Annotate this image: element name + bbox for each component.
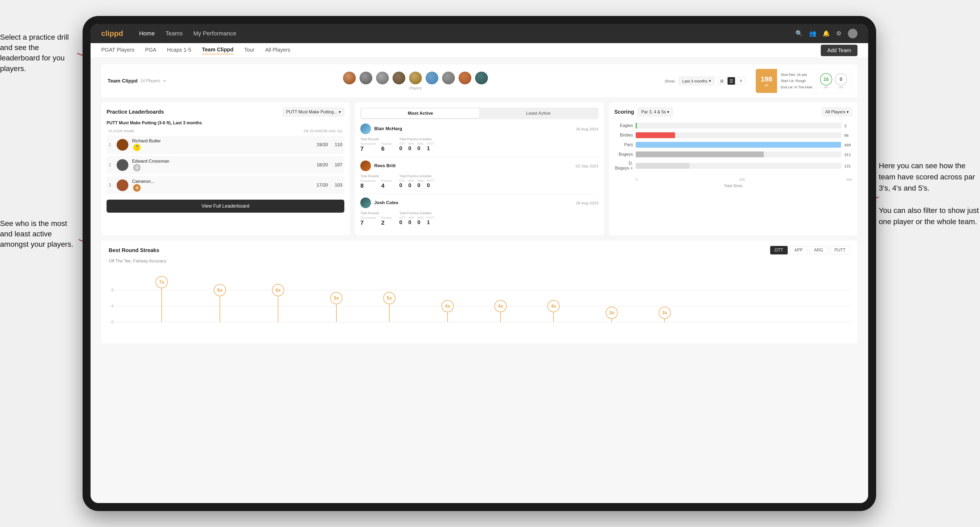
lb-score-1: 19/20 [312, 142, 328, 148]
tournament-col-3: Tournament 7 [360, 216, 376, 226]
subnav-pgat[interactable]: PGAT Players [101, 47, 135, 54]
lb-player-row-3[interactable]: 3 Cameron... ③ 17/20 103 [107, 176, 344, 194]
streaks-putt-button[interactable]: PUTT [830, 246, 850, 254]
bar-track-birdies [636, 132, 842, 138]
total-practice-block-2: Total Practice Activities OTT 0 APP 0 [399, 174, 434, 189]
player-avatar-5[interactable] [409, 71, 422, 84]
ott-3: OTT 0 [399, 216, 405, 225]
add-team-button[interactable]: Add Team [821, 45, 858, 56]
streaks-ott-button[interactable]: OTT [770, 246, 788, 254]
leaderboard-subtitle: PUTT Must Make Putting (3-6 ft), Last 3 … [107, 121, 344, 125]
subnav-hcaps[interactable]: Hcaps 1-5 [167, 47, 191, 54]
ott-2: OTT 0 [399, 179, 405, 189]
tournament-col-1: Tournament 7 [360, 142, 376, 152]
subnav-team-clippd[interactable]: Team Clippd [202, 46, 234, 54]
leaderboards-header: Practice Leaderboards PUTT Must Make Put… [107, 108, 344, 116]
bar-value-dbogeys: 131 [844, 163, 852, 168]
nav-home[interactable]: Home [139, 30, 155, 37]
people-icon[interactable]: 👥 [809, 30, 816, 37]
total-practice-block-1: Total Practice Activities OTT 0 APP 0 [399, 137, 434, 152]
bar-track-eagles [636, 123, 842, 129]
player-avatar-4[interactable] [393, 71, 405, 84]
bar-fill-eagles [636, 123, 637, 129]
activity-date-1: 26 Aug 2023 [576, 127, 598, 131]
player-avatar-9[interactable] [475, 71, 488, 84]
chart-x-labels: 0 200 400 [614, 178, 852, 181]
sub-nav: PGAT Players PGA Hcaps 1-5 Team Clippd T… [91, 43, 868, 58]
practice-acts-2: OTT 0 APP 0 ARG 0 [399, 179, 434, 189]
list-view-button[interactable]: ≡ [737, 77, 745, 85]
bar-track-bogeys [636, 151, 842, 157]
subnav-pga[interactable]: PGA [145, 47, 156, 54]
practice-val-3: 2 [381, 219, 392, 226]
app-1: APP 0 [408, 142, 414, 151]
subnav-tour[interactable]: Tour [244, 47, 255, 54]
player-avatars-section: Players [173, 71, 658, 90]
view-full-leaderboard-button[interactable]: View Full Leaderboard [107, 200, 344, 213]
card-view-button[interactable]: ☰ [727, 77, 735, 85]
activity-avatar-1 [360, 124, 371, 134]
top-nav: clippd Home Teams My Performance 🔍 👥 🔔 ⚙ [91, 24, 868, 43]
tournament-col-2: Tournament 8 [360, 179, 376, 189]
streaks-panel: Best Round Streaks OTT APP ARG PUTT Off … [101, 241, 858, 343]
grid-view-button[interactable]: ⊞ [718, 77, 725, 85]
practice-val-1: 6 [381, 145, 392, 152]
bar-row-pars: Pars 499 [614, 142, 852, 148]
scoring-panel: Scoring Par 3, 4 & 5s ▾ All Players ▾ Ea… [609, 102, 858, 235]
activity-name-2: Rees Britt [374, 163, 576, 168]
practice-acts-1: OTT 0 APP 0 ARG 0 [399, 142, 434, 151]
lb-avg-2: 107 [332, 162, 342, 168]
bar-row-dbogeys: D. Bogeys + 131 [614, 161, 852, 171]
pac-header-3: Josh Coles 26 Aug 2023 [360, 197, 598, 208]
settings-icon[interactable]: ⚙ [836, 30, 842, 37]
least-active-tab[interactable]: Least Active [479, 109, 597, 118]
practice-col-3: Practice 2 [381, 216, 392, 226]
lb-rank-2: 2 [109, 163, 113, 167]
svg-text:0: 0 [111, 320, 114, 324]
arg-3: ARG 0 [417, 216, 424, 225]
streaks-arg-button[interactable]: ARG [810, 246, 828, 254]
bell-icon[interactable]: 🔔 [822, 30, 830, 37]
lb-player-row-2[interactable]: 2 Edward Crossman ② 18/20 107 [107, 156, 344, 174]
bar-label-birdies: Birdies [614, 133, 633, 138]
putt-3: PUTT 1 [427, 216, 434, 225]
leaderboard-drill-select[interactable]: PUTT Must Make Putting... ▾ [283, 108, 345, 116]
activity-player-2: Rees Britt 02 Sep 2023 Total Rounds Tour… [360, 160, 598, 194]
main-content-grid: Practice Leaderboards PUTT Must Make Put… [101, 102, 858, 235]
player-avatar-8[interactable] [458, 71, 471, 84]
player-avatar-2[interactable] [360, 71, 372, 84]
most-active-tab[interactable]: Most Active [361, 109, 479, 118]
scoring-player-filter[interactable]: All Players ▾ [822, 108, 852, 116]
bar-label-dbogeys: D. Bogeys + [614, 161, 633, 171]
search-icon[interactable]: 🔍 [795, 30, 803, 37]
tournament-val-1: 7 [360, 145, 376, 152]
player-avatar-7[interactable] [442, 71, 455, 84]
scoring-title: Scoring [614, 109, 634, 115]
player-avatar-6[interactable] [426, 71, 438, 84]
annotation-left-bottom: See who is the most and least active amo… [0, 218, 77, 250]
bar-fill-dbogeys [636, 163, 690, 169]
arg-1: ARG 0 [417, 142, 424, 151]
show-period-select[interactable]: Last 3 months ▾ [679, 77, 714, 85]
streaks-title: Best Round Streaks [109, 247, 159, 253]
lb-player-row-1[interactable]: 1 Richard Butler 🥇 19/20 110 [107, 136, 344, 154]
user-avatar[interactable] [848, 29, 858, 38]
bar-row-birdies: Birdies 96 [614, 132, 852, 138]
subnav-all-players[interactable]: All Players [265, 47, 290, 54]
total-practice-block-3: Total Practice Activities OTT 0 APP 0 [399, 211, 434, 226]
nav-teams[interactable]: Teams [165, 30, 183, 37]
nav-my-performance[interactable]: My Performance [193, 30, 236, 37]
player-avatar-1[interactable] [343, 71, 356, 84]
player-avatar-3[interactable] [376, 71, 389, 84]
streaks-app-button[interactable]: APP [790, 246, 807, 254]
rounds-cols-3: Tournament 7 Practice 2 [360, 216, 392, 226]
ott-1: OTT 0 [399, 142, 405, 151]
team-title-area: Team Clippd 14 Players ✏ [108, 78, 167, 84]
sub-nav-right: Add Team [821, 45, 858, 56]
rounds-cols-2: Tournament 8 Practice 4 [360, 179, 392, 189]
nav-links: Home Teams My Performance [139, 30, 795, 37]
lb-badge-1: 🥇 [133, 144, 141, 151]
lb-name-3: Cameron... [132, 179, 308, 184]
scoring-par-filter[interactable]: Par 3, 4 & 5s ▾ [638, 108, 673, 116]
edit-team-icon[interactable]: ✏ [163, 78, 167, 84]
